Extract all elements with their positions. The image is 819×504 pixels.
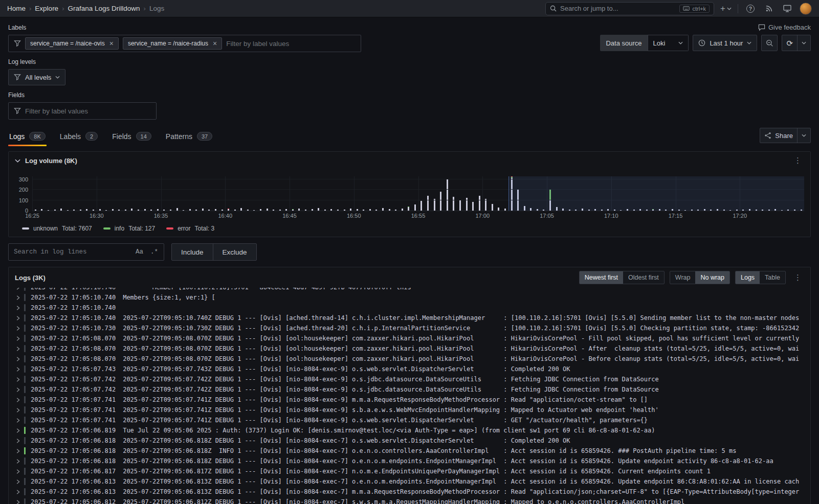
- toggle-table[interactable]: Table: [760, 271, 785, 284]
- regex-button[interactable]: .*: [147, 247, 162, 257]
- close-icon[interactable]: ×: [109, 40, 114, 47]
- volume-bar[interactable]: [77, 176, 84, 211]
- panel-menu-icon[interactable]: ⋮: [792, 273, 804, 282]
- expand-row-icon[interactable]: [15, 326, 20, 331]
- log-row[interactable]: 2025-07-22 17:05:07.7422025-07-22T09:05:…: [14, 384, 810, 395]
- volume-bar[interactable]: [161, 176, 168, 211]
- volume-bar[interactable]: [322, 176, 328, 211]
- log-row[interactable]: 2025-07-22 17:05:10.7402025-07-22T09:05:…: [14, 313, 810, 323]
- volume-bar[interactable]: [296, 176, 303, 211]
- volume-bar[interactable]: [328, 176, 335, 211]
- log-row[interactable]: 2025-07-22 17:05:07.7412025-07-22T09:05:…: [14, 395, 810, 405]
- volume-bar[interactable]: [367, 176, 373, 211]
- search-input[interactable]: Search or jump to... ctrl+k: [545, 2, 714, 15]
- expand-row-icon[interactable]: [15, 428, 20, 433]
- volume-bar[interactable]: [97, 176, 103, 211]
- volume-bar[interactable]: [71, 176, 77, 211]
- volume-bar[interactable]: [103, 176, 109, 211]
- volume-bar[interactable]: [58, 176, 64, 211]
- share-main-segment[interactable]: Share: [760, 128, 797, 143]
- expand-row-icon[interactable]: [15, 479, 20, 484]
- volume-bar[interactable]: [39, 176, 46, 211]
- volume-bar[interactable]: [90, 176, 97, 211]
- volume-bar[interactable]: [482, 176, 489, 211]
- volume-bar[interactable]: [290, 176, 296, 211]
- volume-bar[interactable]: [52, 176, 58, 211]
- toggle-oldest-first[interactable]: Oldest first: [623, 271, 664, 284]
- volume-bar[interactable]: [84, 176, 91, 211]
- log-row[interactable]: 2025-07-22 17:05:10.740Members {size:1, …: [14, 292, 810, 303]
- tab-patterns[interactable]: Patterns37: [165, 130, 213, 146]
- volume-bar[interactable]: [245, 176, 251, 211]
- volume-bar[interactable]: [386, 176, 393, 211]
- volume-bar[interactable]: [283, 176, 290, 211]
- volume-bar[interactable]: [425, 176, 431, 211]
- expand-row-icon[interactable]: [15, 469, 20, 474]
- volume-bar[interactable]: [187, 176, 193, 211]
- volume-bar[interactable]: [277, 176, 283, 211]
- volume-bar[interactable]: [206, 176, 213, 211]
- volume-bar[interactable]: [392, 176, 399, 211]
- expand-row-icon[interactable]: [15, 439, 20, 443]
- label-filter-chip[interactable]: service_name = /naice-ovis×: [25, 37, 119, 50]
- avatar[interactable]: [800, 3, 812, 15]
- expand-row-icon[interactable]: [15, 316, 20, 320]
- expand-row-icon[interactable]: [15, 357, 20, 361]
- breadcrumb-item[interactable]: Logs: [149, 5, 164, 12]
- collapse-chevron-icon[interactable]: [15, 159, 20, 163]
- tab-logs[interactable]: Logs8K: [8, 130, 47, 146]
- volume-bar[interactable]: [399, 176, 406, 211]
- expand-row-icon[interactable]: [15, 408, 20, 413]
- news-button[interactable]: [763, 3, 775, 15]
- log-row[interactable]: 2025-07-22 17:05:08.0702025-07-22T09:05:…: [14, 354, 810, 364]
- expand-row-icon[interactable]: [15, 367, 20, 372]
- volume-bar[interactable]: [315, 176, 322, 211]
- expand-row-icon[interactable]: [15, 347, 20, 351]
- toggle-newest-first[interactable]: Newest first: [580, 271, 623, 284]
- volume-bar[interactable]: [129, 176, 136, 211]
- expand-row-icon[interactable]: [15, 377, 20, 382]
- tab-fields[interactable]: Fields14: [111, 130, 152, 146]
- refresh-icon-segment[interactable]: ⟳: [782, 35, 797, 51]
- expand-row-icon[interactable]: [15, 336, 20, 341]
- log-row[interactable]: 2025-07-22 17:05:07.7422025-07-22T09:05:…: [14, 374, 810, 384]
- toggle-logs[interactable]: Logs: [736, 271, 760, 284]
- volume-bar[interactable]: [225, 176, 232, 211]
- volume-bar[interactable]: [200, 176, 206, 211]
- volume-bar[interactable]: [406, 176, 412, 211]
- log-row[interactable]: 2025-07-22 17:05:08.0702025-07-22T09:05:…: [14, 333, 810, 343]
- volume-bar[interactable]: [302, 176, 309, 211]
- expand-row-icon[interactable]: [15, 398, 20, 402]
- legend-item-info[interactable]: infoTotal: 127: [103, 225, 155, 232]
- breadcrumb-item[interactable]: Explore: [35, 5, 58, 12]
- give-feedback-link[interactable]: Give feedback: [758, 24, 811, 31]
- close-icon[interactable]: ×: [213, 40, 217, 47]
- log-row[interactable]: 2025-07-22 17:05:06.819Tue Jul 22 09:05:…: [14, 425, 810, 436]
- refresh-interval-dropdown[interactable]: [798, 35, 810, 51]
- expand-row-icon[interactable]: [15, 449, 20, 453]
- volume-bar[interactable]: [251, 176, 258, 211]
- log-row[interactable]: 2025-07-22 17:05:10.740 Member [100.110.…: [14, 288, 810, 292]
- volume-bar[interactable]: [154, 176, 161, 211]
- volume-bar[interactable]: [457, 176, 463, 211]
- volume-bar[interactable]: [264, 176, 271, 211]
- volume-bar[interactable]: [135, 176, 142, 211]
- volume-bar[interactable]: [354, 176, 361, 211]
- share-dropdown[interactable]: [798, 128, 810, 143]
- volume-bar[interactable]: [238, 176, 245, 211]
- display-button[interactable]: [781, 3, 793, 15]
- match-case-button[interactable]: Aa: [132, 247, 147, 257]
- new-menu-button[interactable]: +: [720, 4, 732, 13]
- log-row[interactable]: 2025-07-22 17:05:10.7302025-07-22T09:05:…: [14, 323, 810, 333]
- volume-bar[interactable]: [463, 176, 470, 211]
- time-range-picker[interactable]: Last 1 hour: [693, 35, 757, 51]
- include-button[interactable]: Include: [172, 244, 213, 260]
- log-row[interactable]: 2025-07-22 17:05:07.7432025-07-22T09:05:…: [14, 364, 810, 374]
- zoom-out-button[interactable]: [761, 35, 778, 51]
- volume-bar[interactable]: [180, 176, 187, 211]
- volume-bar[interactable]: [109, 176, 116, 211]
- volume-bar[interactable]: [148, 176, 154, 211]
- expand-row-icon[interactable]: [15, 459, 20, 464]
- expand-row-icon[interactable]: [15, 418, 20, 423]
- volume-bar[interactable]: [476, 176, 483, 211]
